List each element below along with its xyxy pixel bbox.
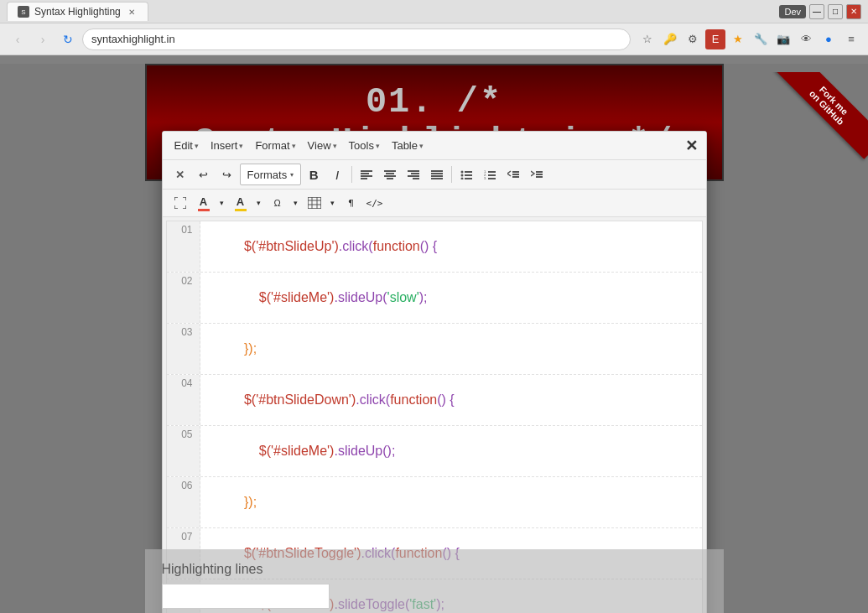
browser-tab[interactable]: S Syntax Highlighting ✕ — [7, 2, 148, 21]
svg-text:3.: 3. — [484, 176, 486, 179]
table-arrow: ▾ — [419, 142, 424, 150]
preview-icon[interactable]: 👁 — [796, 29, 816, 49]
fork-ribbon[interactable]: Fork meon GitHub — [767, 72, 868, 173]
code-row-01: 01 $('#btnSlideUp').click(function() { — [167, 221, 702, 273]
menu-view[interactable]: View ▾ — [303, 137, 342, 154]
toolbar-source-btn[interactable]: </> — [364, 192, 386, 214]
toolbar-special-chars-arrow[interactable]: ▾ — [290, 192, 302, 214]
modal-close-btn[interactable]: ✕ — [685, 138, 698, 153]
menu-icon[interactable]: ≡ — [841, 29, 861, 49]
circle-icon[interactable]: ● — [819, 29, 839, 49]
toolbar-ordered-list-btn[interactable]: 1.2.3. — [479, 164, 501, 185]
tab-favicon: S — [18, 6, 29, 18]
svg-point-18 — [461, 174, 464, 177]
edit-arrow: ▾ — [195, 142, 199, 150]
line-num-01: 01 — [167, 221, 200, 272]
toolbar-visible-chars-btn[interactable]: ¶ — [340, 192, 362, 214]
browser-chrome: S Syntax Highlighting ✕ Dev — □ ✕ ‹ › ↻ … — [0, 0, 868, 55]
svg-point-16 — [461, 171, 464, 174]
code-row-03: 03 }); — [167, 324, 702, 375]
format-arrow: ▾ — [292, 142, 296, 150]
menu-tools[interactable]: Tools ▾ — [344, 137, 385, 154]
formats-label: Formats — [247, 169, 288, 181]
code-line-06: }); — [200, 477, 702, 527]
minimize-btn[interactable]: — — [809, 4, 824, 19]
line-num-02: 02 — [167, 273, 200, 323]
highlight-a-icon: A — [236, 195, 244, 208]
line-num-05: 05 — [167, 426, 200, 476]
forward-btn[interactable]: › — [32, 29, 54, 50]
toolbar-redo-btn[interactable]: ↪ — [216, 164, 238, 185]
toolbar-font-color-btn[interactable]: A — [193, 192, 215, 214]
toolbar-bullet-list-btn[interactable] — [455, 164, 477, 185]
close-window-btn[interactable]: ✕ — [846, 4, 861, 19]
code-line-02: $('#slideMe').slideUp('slow'); — [200, 273, 702, 323]
toolbar-font-color-arrow[interactable]: ▾ — [216, 192, 228, 214]
back-btn[interactable]: ‹ — [7, 29, 29, 50]
line-num-03: 03 — [167, 324, 200, 374]
svg-point-20 — [461, 178, 464, 180]
bookmark-icon[interactable]: ☆ — [637, 29, 657, 49]
toolbar-outdent-btn[interactable] — [502, 164, 524, 185]
menu-edit[interactable]: Edit ▾ — [169, 137, 204, 154]
refresh-btn[interactable]: ↻ — [57, 29, 79, 50]
formats-arrow: ▾ — [290, 171, 294, 179]
toolbar-special-chars-btn[interactable]: Ω — [267, 192, 288, 214]
view-arrow: ▾ — [333, 142, 337, 150]
font-color-a-icon: A — [200, 195, 207, 208]
toolbar-highlight-arrow[interactable]: ▾ — [253, 192, 265, 214]
page-background: Fork meon GitHub 01. /* SyntaxHighlight.… — [0, 64, 868, 613]
key-icon[interactable]: 🔑 — [660, 29, 680, 49]
page-bottom-section: Highlighting lines — [145, 549, 724, 613]
extension-icon[interactable]: E — [705, 29, 725, 49]
address-bar[interactable]: syntaxhighlight.in — [82, 29, 631, 50]
settings-icon[interactable]: ⚙ — [683, 29, 703, 49]
toolbar-table-arrow[interactable]: ▾ — [327, 192, 339, 214]
toolbar-table-btn[interactable] — [304, 192, 325, 214]
menu-table[interactable]: Table ▾ — [387, 137, 429, 154]
highlighting-input[interactable] — [162, 584, 330, 609]
insert-arrow: ▾ — [239, 142, 243, 150]
dev-badge: Dev — [779, 5, 806, 18]
code-line-04: $('#btnSlideDown').click(function() { — [200, 375, 702, 425]
code-row-05: 05 $('#slideMe').slideUp(); — [167, 426, 702, 477]
browser-titlebar: S Syntax Highlighting ✕ Dev — □ ✕ — [0, 0, 868, 23]
address-text: syntaxhighlight.in — [91, 33, 175, 45]
toolbar-bold-btn[interactable]: B — [303, 164, 325, 185]
menu-format[interactable]: Format ▾ — [250, 137, 300, 154]
maximize-btn[interactable]: □ — [828, 4, 843, 19]
browser-toolbar-icons: ☆ 🔑 ⚙ E ★ 🔧 📷 👁 ● ≡ — [637, 29, 861, 49]
screenshot-icon[interactable]: 📷 — [773, 29, 793, 49]
editor-modal: ✕ Edit ▾ Insert ▾ Format ▾ View ▾ Tools … — [162, 131, 707, 613]
tab-close-btn[interactable]: ✕ — [126, 6, 138, 18]
toolbar-justify-btn[interactable] — [426, 164, 448, 185]
code-line-01: $('#btnSlideUp').click(function() { — [200, 221, 702, 272]
highlight-color-bar — [235, 209, 247, 211]
toolbar-italic-btn[interactable]: I — [326, 164, 348, 185]
browser-toolbar: ‹ › ↻ syntaxhighlight.in ☆ 🔑 ⚙ E ★ 🔧 📷 👁… — [0, 23, 868, 55]
formats-dropdown[interactable]: Formats ▾ — [240, 164, 302, 185]
editor-toolbar-row1: ✕ ↩ ↪ Formats ▾ B I — [163, 160, 706, 190]
editor-toolbar-row2: A ▾ A ▾ Ω ▾ ▾ ¶ — [163, 190, 706, 217]
code-line-03: }); — [200, 324, 702, 374]
line-num-04: 04 — [167, 375, 200, 425]
favorites-icon[interactable]: ★ — [728, 29, 748, 49]
tools-arrow: ▾ — [376, 142, 380, 150]
toolbar-align-right-btn[interactable] — [403, 164, 424, 185]
toolbar-align-left-btn[interactable] — [356, 164, 377, 185]
toolbar-indent-btn[interactable] — [526, 164, 548, 185]
svg-rect-34 — [308, 197, 321, 209]
toolbar-align-center-btn[interactable] — [379, 164, 401, 185]
toolbar-cancel-btn[interactable]: ✕ — [169, 164, 191, 185]
fork-ribbon-text: Fork meon GitHub — [775, 72, 868, 159]
code-row-06: 06 }); — [167, 477, 702, 528]
toolbar-undo-btn[interactable]: ↩ — [193, 164, 215, 185]
toolbar-highlight-btn[interactable]: A — [230, 192, 252, 214]
toolbar-fullscreen-btn[interactable] — [169, 192, 191, 214]
code-row-04: 04 $('#btnSlideDown').click(function() { — [167, 375, 702, 426]
editor-menubar: Edit ▾ Insert ▾ Format ▾ View ▾ Tools ▾ … — [163, 132, 706, 160]
toolbar-divider-2 — [451, 166, 452, 183]
tools-icon[interactable]: 🔧 — [751, 29, 771, 49]
highlighting-label: Highlighting lines — [162, 562, 707, 577]
menu-insert[interactable]: Insert ▾ — [205, 137, 249, 154]
